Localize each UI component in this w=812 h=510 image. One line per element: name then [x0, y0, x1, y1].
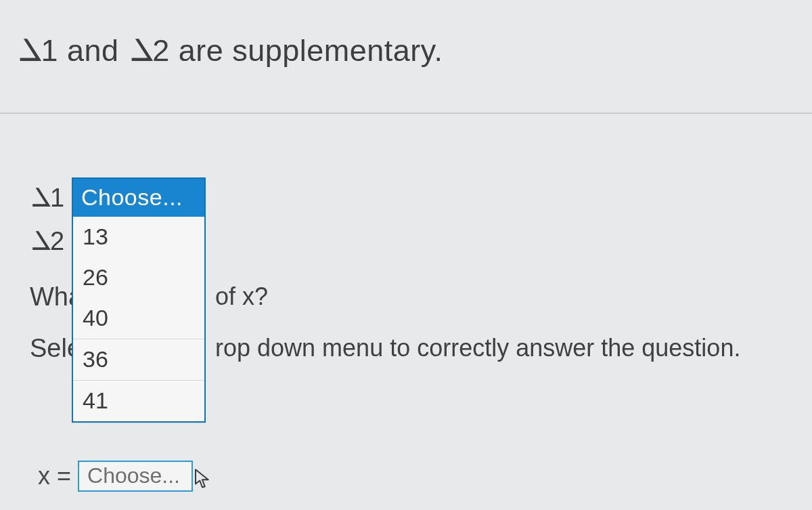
row-question-trail: of x? [215, 282, 268, 311]
cursor-icon [194, 469, 211, 489]
dropdown-open[interactable]: Choose... 13 26 40 36 41 [72, 177, 206, 423]
angle-icon: ∠ [30, 183, 53, 213]
heading-tail: are supplementary. [170, 33, 443, 68]
answer-lhs: x = [38, 462, 71, 490]
row-angle2-lead: ∠2 [30, 226, 73, 256]
row-question-lead: Wha [30, 282, 73, 312]
row-instruction-lead: Sele [30, 334, 73, 363]
question-page: ∠1 and ∠2 are supplementary. ∠1 ∠2 Wha o… [0, 0, 812, 510]
dropdown-option-0[interactable]: 13 [73, 217, 204, 257]
angle-icon: ∠ [128, 33, 156, 68]
dropdown-option-3[interactable]: 36 [73, 339, 204, 380]
answer-select[interactable]: Choose... [78, 461, 193, 492]
row-angle1-lead: ∠1 [30, 183, 73, 213]
angle-icon: ∠ [16, 33, 44, 68]
dropdown-option-1[interactable]: 26 [73, 257, 204, 298]
question-heading: ∠1 and ∠2 are supplementary. [16, 33, 796, 68]
dropdown-option-2[interactable]: 40 [73, 298, 204, 339]
dropdown-selected[interactable]: Choose... [73, 179, 204, 217]
heading-mid1: and [58, 33, 128, 68]
angle-icon: ∠ [30, 226, 53, 256]
dropdown-option-4[interactable]: 41 [73, 381, 204, 421]
row-instruction-trail: rop down menu to correctly answer the qu… [215, 334, 740, 362]
horizontal-rule [0, 112, 812, 114]
answer-row: x = Choose... [38, 461, 193, 492]
